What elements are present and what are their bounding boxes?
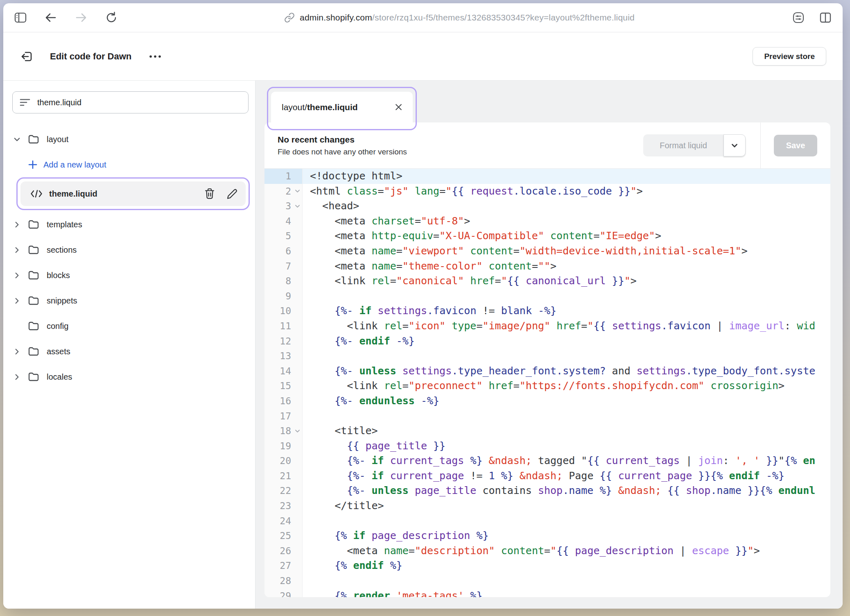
- line-number: 25: [264, 528, 302, 544]
- selected-file-item[interactable]: theme.liquid: [20, 181, 246, 206]
- chevron-down-icon[interactable]: [13, 136, 28, 143]
- sidebar-item-assets[interactable]: assets: [3, 339, 255, 364]
- line-number: 2: [264, 184, 302, 199]
- fold-chevron-icon[interactable]: [293, 199, 302, 214]
- line-number: 3: [264, 199, 302, 214]
- line-number: 24: [264, 514, 302, 529]
- save-button[interactable]: Save: [774, 135, 817, 156]
- line-number: 20: [264, 453, 302, 469]
- file-label: theme.liquid: [49, 189, 97, 199]
- folder-label: blocks: [47, 271, 70, 280]
- line-number: 4: [264, 214, 302, 229]
- line-number: 21: [264, 469, 302, 484]
- line-number: 19: [264, 439, 302, 454]
- code-line: [310, 409, 830, 424]
- sidebar-toggle-icon[interactable]: [14, 11, 27, 24]
- chevron-right-icon[interactable]: [13, 221, 28, 229]
- chevron-right-icon[interactable]: [13, 272, 28, 279]
- code-lines[interactable]: <!doctype html><html class="js" lang="{{…: [303, 169, 830, 597]
- code-line: <link rel="icon" type="image/png" href="…: [310, 319, 830, 334]
- code-line: {%- if settings.favicon != blank -%}: [310, 303, 830, 319]
- line-number: 13: [264, 349, 302, 364]
- code-line: {{ page_title }}: [310, 439, 830, 454]
- file-search-box[interactable]: [12, 91, 249, 113]
- chevron-down-icon: [730, 141, 739, 150]
- editor-main: layout/theme.liquid No recent changes Fi…: [255, 81, 843, 609]
- fold-chevron-icon[interactable]: [293, 424, 302, 439]
- folder-icon: [28, 245, 39, 255]
- forward-button-icon[interactable]: [75, 11, 88, 24]
- link-icon: [284, 12, 295, 23]
- format-liquid-button[interactable]: Format liquid: [643, 134, 746, 156]
- format-liquid-label[interactable]: Format liquid: [643, 134, 723, 156]
- code-line: {% endif %}: [310, 558, 830, 573]
- filter-icon: [19, 98, 31, 107]
- code-line: {%- unless page_title contains shop.name…: [310, 483, 830, 498]
- line-number: 26: [264, 544, 302, 559]
- code-line: [310, 289, 830, 304]
- search-input[interactable]: [36, 97, 242, 108]
- folder-label: config: [47, 322, 68, 331]
- line-number: 14: [264, 364, 302, 379]
- chevron-right-icon[interactable]: [13, 348, 28, 356]
- sidebar-item-locales[interactable]: locales: [3, 364, 255, 390]
- chevron-right-icon[interactable]: [13, 297, 28, 305]
- delete-file-icon[interactable]: [204, 188, 215, 199]
- close-tab-icon[interactable]: [394, 103, 403, 111]
- folder-label: layout: [47, 135, 68, 144]
- sidebar-item-blocks[interactable]: blocks: [3, 263, 255, 288]
- chevron-right-icon[interactable]: [13, 373, 28, 381]
- folder-icon: [28, 321, 39, 331]
- tab-layout-theme-liquid[interactable]: layout/theme.liquid: [271, 92, 413, 122]
- status-subtitle: File does not have any other versions: [278, 147, 407, 156]
- format-liquid-dropdown[interactable]: [723, 134, 746, 156]
- line-number: 1: [264, 169, 302, 184]
- line-number: 15: [264, 378, 302, 394]
- code-editor[interactable]: 1234567891011121314151617181920212223242…: [264, 169, 830, 597]
- folder-icon: [28, 270, 39, 280]
- chevron-right-icon[interactable]: [13, 246, 28, 254]
- code-line: [310, 349, 830, 364]
- code-line: <meta http-equiv="X-UA-Compatible" conte…: [310, 229, 830, 244]
- rename-file-icon[interactable]: [226, 188, 237, 199]
- sidebar-item-theme-liquid[interactable]: theme.liquid: [3, 177, 255, 212]
- folder-label: templates: [47, 220, 82, 229]
- line-number: 18: [264, 424, 302, 439]
- folder-icon: [28, 220, 39, 229]
- file-tree: layout Add a new layout: [3, 127, 255, 390]
- address-bar[interactable]: admin.shopify.com/store/rzq1xu-f5/themes…: [135, 12, 784, 23]
- folder-label: sections: [47, 245, 77, 255]
- page-title: Edit code for Dawn: [50, 51, 131, 62]
- url-domain: admin.shopify.com: [300, 13, 372, 22]
- add-new-layout-button[interactable]: Add a new layout: [3, 152, 255, 177]
- line-number: 9: [264, 289, 302, 304]
- app-header: Edit code for Dawn Preview store: [3, 32, 843, 81]
- more-menu-button[interactable]: [147, 50, 163, 63]
- sidebar-item-config[interactable]: config: [3, 313, 255, 339]
- sidebar-item-snippets[interactable]: snippets: [3, 288, 255, 313]
- line-number: 27: [264, 558, 302, 573]
- back-button-icon[interactable]: [44, 11, 57, 24]
- code-line: <html class="js" lang="{{ request.locale…: [310, 184, 830, 199]
- sidebar-item-sections[interactable]: sections: [3, 237, 255, 263]
- code-line: {% if page_description %}: [310, 528, 830, 544]
- code-line: {%- endunless -%}: [310, 394, 830, 409]
- line-number: 12: [264, 334, 302, 349]
- sidebar-item-layout[interactable]: layout: [3, 127, 255, 152]
- code-line: <link rel="preconnect" href="https://fon…: [310, 378, 830, 394]
- line-number: 23: [264, 498, 302, 514]
- folder-icon: [28, 296, 39, 306]
- page-settings-icon[interactable]: [792, 11, 805, 24]
- folder-icon: [28, 346, 39, 356]
- url-text: admin.shopify.com/store/rzq1xu-f5/themes…: [300, 13, 635, 23]
- code-line: <head>: [310, 199, 830, 214]
- preview-store-button[interactable]: Preview store: [753, 47, 826, 66]
- exit-editor-button[interactable]: [20, 49, 34, 64]
- sidebar-item-templates[interactable]: templates: [3, 212, 255, 237]
- code-line: <title>: [310, 424, 830, 439]
- code-line: {%- if current_tags %} &ndash; tagged "{…: [310, 453, 830, 469]
- fold-chevron-icon[interactable]: [293, 184, 302, 199]
- split-view-icon[interactable]: [819, 11, 832, 24]
- reload-button-icon[interactable]: [105, 11, 118, 24]
- code-line: </title>: [310, 498, 830, 514]
